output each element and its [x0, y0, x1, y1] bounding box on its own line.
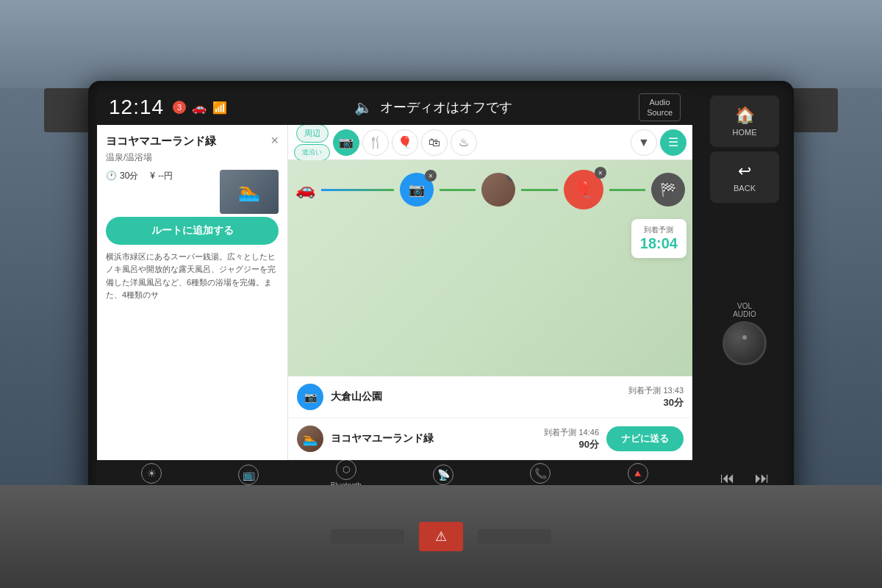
waypoint-photo-close[interactable]: ×	[506, 173, 515, 182]
volume-area: VOLAUDIO	[710, 207, 779, 459]
waypoint-balloon-icon: 🎈	[573, 180, 593, 199]
place-icon-2: 🏊	[297, 426, 323, 452]
waypoint-camera[interactable]: 📷 ×	[400, 173, 434, 207]
status-bar: 12:14 3 🚗 📶 🔈 オーディオはオフです AudioSource	[97, 90, 692, 125]
arrival-est-2: 到着予測 14:46	[544, 427, 599, 438]
arrival-label: 到着予測	[640, 225, 678, 235]
close-button[interactable]: ×	[270, 134, 279, 147]
bluetooth-icon: ⬡	[336, 459, 356, 480]
filter-dropdown-btn[interactable]: ▼	[631, 129, 657, 156]
hazard-button[interactable]: ⚠	[419, 522, 463, 551]
home-icon: 🏠	[735, 106, 755, 125]
place-meta-1: 到着予測 13:43 30分	[628, 385, 684, 409]
bottom-bar: ⚠	[0, 485, 882, 588]
waypoint-photo[interactable]: ×	[481, 173, 515, 207]
audio-status-text: オーディオはオフです	[380, 98, 512, 116]
place-name-2: ヨコヤマユーランド緑	[331, 432, 537, 445]
filter-activity-btn[interactable]: 🎈	[392, 129, 418, 156]
price: --円	[158, 170, 173, 182]
duration-2: 90分	[544, 438, 599, 451]
place-list: 📷 大倉山公園 到着予測 13:43 30分	[288, 376, 692, 460]
waypoint-camera-close[interactable]: ×	[425, 170, 437, 182]
home-button[interactable]: 🏠 HOME	[710, 96, 779, 147]
right-panel: 周辺 道沿い 📷 🍴 🎈 🛍 ♨ ▼ ☰	[288, 125, 692, 460]
filter-nearby[interactable]: 周辺	[296, 125, 329, 143]
volume-knob[interactable]	[723, 321, 767, 365]
prev-track-button[interactable]: ⏮	[720, 470, 735, 487]
arrival-time: 18:04	[640, 235, 678, 252]
home-label: HOME	[733, 128, 757, 137]
travel-time: 30分	[120, 170, 138, 182]
place-header: ヨコヤマユーランド緑 ×	[106, 134, 279, 148]
filter-roadside[interactable]: 道沿い	[294, 144, 330, 161]
filter-onsen-btn[interactable]: ♨	[451, 129, 477, 156]
waypoint-balloon-close[interactable]: ×	[595, 167, 606, 179]
place-category: 温泉/温浴場	[106, 151, 279, 164]
route-bar: 🚗 📷 × ×	[295, 168, 685, 212]
waypoint-flag-icon: 🏁	[660, 182, 676, 198]
map-area[interactable]: 🚗 📷 × ×	[288, 160, 692, 460]
audio-source-button[interactable]: AudioSource	[639, 93, 681, 122]
knob-indicator	[742, 335, 747, 340]
place-title: ヨコヤマユーランド緑	[106, 134, 216, 148]
back-label: BACK	[734, 184, 756, 193]
speaker-icon: 🔈	[354, 98, 373, 116]
filter-shop-btn[interactable]: 🛍	[421, 129, 448, 156]
travel-time-info: 🕐 30分	[106, 170, 138, 182]
fm-icon: 📡	[433, 465, 453, 485]
center-status: 🔈 オーディオはオフです	[227, 98, 639, 116]
left-panel: ヨコヤマユーランド緑 × 温泉/温浴場 🏊 🕐 30分	[97, 125, 288, 460]
main-content: ヨコヤマユーランド緑 × 温泉/温浴場 🏊 🕐 30分	[97, 125, 692, 460]
climate-control-left	[331, 529, 404, 544]
car-position-icon: 🚗	[295, 180, 315, 199]
climate-control-right	[478, 529, 551, 544]
waypoint-camera-icon: 📷	[409, 182, 425, 198]
filter-camera-btn[interactable]: 📷	[333, 129, 359, 156]
back-button[interactable]: ↩ BACK	[710, 151, 779, 203]
status-icons: 3 🚗 📶	[173, 101, 227, 115]
duration-1: 30分	[628, 396, 684, 409]
waypoint-balloon[interactable]: 🎈 ×	[564, 170, 603, 209]
clock: 12:14	[109, 96, 164, 119]
head-unit: 12:14 3 🚗 📶 🔈 オーディオはオフです AudioSource	[88, 81, 794, 507]
place-thumbnail: 🏊	[220, 170, 279, 214]
place-meta-2: 到着予測 14:46 90分	[544, 427, 599, 451]
dashboard: 12:14 3 🚗 📶 🔈 オーディオはオフです AudioSource	[0, 0, 882, 588]
place-list-item-2[interactable]: 🏊 ヨコヤマユーランド緑 到着予測 14:46 90分	[288, 418, 692, 460]
filter-bar: 周辺 道沿い 📷 🍴 🎈 🛍 ♨ ▼ ☰	[288, 125, 692, 160]
navi-icon: 🔺	[628, 463, 648, 484]
yen-icon: ¥	[150, 171, 155, 181]
signal-icon: 📶	[212, 101, 227, 115]
place-name-1: 大倉山公園	[331, 390, 621, 404]
arrival-est-1: 到着予測 13:43	[628, 385, 684, 396]
add-route-button[interactable]: ルートに追加する	[106, 217, 279, 245]
screen: 12:14 3 🚗 📶 🔈 オーディオはオフです AudioSource	[97, 90, 692, 498]
side-controls: 🏠 HOME ↩ BACK VOLAUDIO ⏮ ⏭	[704, 90, 785, 498]
waypoint-flag[interactable]: 🏁	[651, 173, 685, 207]
tv-icon: 📺	[238, 465, 259, 485]
next-track-button[interactable]: ⏭	[755, 470, 770, 487]
place-info-row: 🕐 30分 ¥ --円	[106, 170, 214, 182]
car-icon: 🚗	[192, 101, 207, 115]
place-description: 横浜市緑区にあるスーパー銭湯。広々としたヒノキ風呂や開放的な露天風呂、ジャグジー…	[106, 251, 279, 302]
place-icon-1: 📷	[297, 384, 323, 410]
notification-badge: 3	[173, 101, 186, 114]
back-icon: ↩	[738, 162, 751, 181]
vol-label: VOLAUDIO	[733, 302, 756, 318]
filter-food-btn[interactable]: 🍴	[362, 129, 389, 156]
brightness-icon: ☀	[141, 463, 162, 484]
phone-icon: 📞	[530, 463, 551, 484]
place-list-item[interactable]: 📷 大倉山公園 到着予測 13:43 30分	[288, 376, 692, 418]
arrival-info: 到着予測 18:04	[631, 219, 686, 258]
price-info: ¥ --円	[150, 170, 173, 182]
navi-button[interactable]: ナビに送る	[606, 426, 684, 451]
filter-menu-btn[interactable]: ☰	[660, 129, 686, 156]
clock-icon: 🕐	[106, 171, 117, 181]
